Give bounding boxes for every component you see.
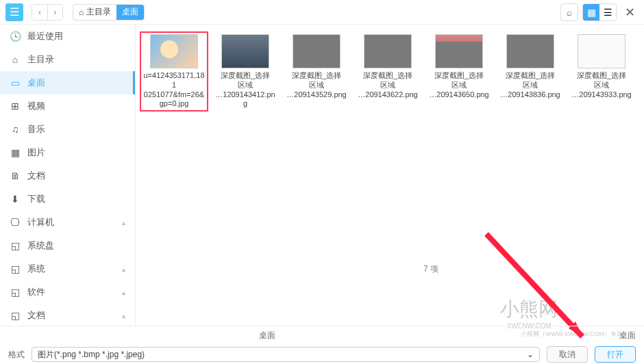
crumb-desktop[interactable]: 桌面 — [116, 5, 144, 20]
sidebar-item-2[interactable]: ▭桌面 — [0, 71, 135, 94]
file-name: 深度截图_选择区域…209143933.png — [570, 71, 633, 99]
chevron-down-icon: ⌄ — [527, 350, 534, 359]
sidebar-item-4[interactable]: ♫音乐 — [0, 118, 135, 141]
file-item[interactable]: 深度截图_选择区域…1209143412.png — [211, 31, 280, 112]
sidebar-item-label: 系统盘 — [27, 239, 54, 252]
sidebar-item-label: 最近使用 — [27, 30, 63, 42]
home-icon: ⌂ — [79, 8, 84, 17]
sidebar-item-8[interactable]: 🖵计算机▴ — [0, 211, 135, 234]
file-item[interactable]: 深度截图_选择区域…209143529.png — [282, 31, 351, 112]
sidebar-icon: ▦ — [10, 147, 21, 158]
file-item[interactable]: 深度截图_选择区域…209143836.png — [496, 31, 565, 112]
sidebar-item-5[interactable]: ▦图片 — [0, 141, 135, 164]
chevron-up-icon: ▴ — [122, 265, 125, 273]
file-thumbnail — [293, 34, 340, 68]
sidebar-icon: ◱ — [10, 287, 21, 298]
chevron-up-icon: ▴ — [122, 312, 125, 320]
file-item[interactable]: u=4124353171,1810251077&fm=26&gp=0.jpg — [140, 31, 208, 112]
back-button[interactable]: ‹ — [32, 5, 47, 20]
sidebar-icon: ◱ — [10, 263, 21, 274]
sidebar-item-7[interactable]: ⬇下载 — [0, 187, 135, 211]
sidebar-item-9[interactable]: ◱系统盘 — [0, 234, 135, 257]
crumb-home[interactable]: ⌂ 主目录 — [73, 5, 116, 20]
sidebar-icon: ⬇ — [10, 194, 21, 205]
file-thumbnail — [506, 34, 554, 68]
sidebar-icon: ⌂ — [10, 54, 21, 65]
file-thumbnail — [578, 34, 626, 68]
sidebar-icon: ⊞ — [10, 101, 21, 112]
sidebar-item-10[interactable]: ◱系统▴ — [0, 257, 135, 281]
sidebar-item-label: 音乐 — [27, 123, 45, 135]
path-display: 桌面 — [8, 330, 526, 341]
file-item[interactable]: 深度截图_选择区域…209143622.png — [354, 31, 422, 112]
sidebar-icon: 🗎 — [10, 170, 21, 181]
sidebar-icon: 🕓 — [10, 31, 21, 42]
sidebar-item-0[interactable]: 🕓最近使用 — [0, 25, 135, 48]
file-item[interactable]: 深度截图_选择区域…209143933.png — [567, 31, 636, 112]
file-name: u=4124353171,1810251077&fm=26&gp=0.jpg — [143, 71, 206, 109]
sidebar-item-label: 系统 — [27, 263, 45, 275]
path-value: 桌面 — [533, 330, 636, 341]
sidebar-item-3[interactable]: ⊞视频 — [0, 94, 135, 118]
forward-button[interactable]: › — [47, 5, 62, 20]
sidebar-item-label: 计算机 — [27, 216, 54, 229]
search-button[interactable]: ⌕ — [560, 3, 578, 21]
file-name: 深度截图_选择区域…209143650.png — [428, 71, 491, 99]
file-name: 深度截图_选择区域…209143622.png — [356, 71, 419, 99]
file-thumbnail — [435, 34, 483, 68]
file-name: 深度截图_选择区域…209143836.png — [499, 71, 562, 99]
sidebar-item-label: 文档 — [27, 309, 45, 322]
chevron-up-icon: ▴ — [122, 289, 125, 296]
sidebar-item-label: 桌面 — [27, 77, 45, 89]
list-view-button[interactable]: ☰ — [599, 4, 616, 21]
crumb-label: 桌面 — [122, 6, 138, 18]
grid-icon: ▦ — [587, 7, 596, 18]
sidebar-item-label: 下载 — [27, 193, 45, 205]
sidebar-item-1[interactable]: ⌂主目录 — [0, 48, 135, 71]
sidebar-item-label: 图片 — [27, 146, 45, 159]
crumb-label: 主目录 — [86, 6, 111, 18]
file-name: 深度截图_选择区域…209143529.png — [285, 71, 348, 99]
close-button[interactable]: ✕ — [621, 3, 639, 21]
sidebar-icon: ♫ — [10, 124, 21, 135]
file-thumbnail — [364, 34, 412, 68]
sidebar-item-6[interactable]: 🗎文档 — [0, 164, 135, 187]
sidebar-icon: ▭ — [10, 77, 21, 88]
format-value: 图片(*.png *.bmp *.jpg *.jpeg) — [38, 349, 145, 361]
cancel-button[interactable]: 取消 — [547, 346, 588, 363]
sidebar-item-label: 软件 — [27, 286, 45, 298]
sidebar-icon: ◱ — [10, 310, 21, 321]
sidebar-icon: ◱ — [10, 240, 21, 251]
sidebar-item-label: 主目录 — [27, 53, 54, 66]
file-item[interactable]: 深度截图_选择区域…209143650.png — [425, 31, 493, 112]
breadcrumb: ⌂ 主目录 桌面 — [73, 4, 145, 21]
status-count: 7 项 — [423, 263, 438, 275]
file-thumbnail — [221, 34, 269, 68]
list-icon: ☰ — [604, 7, 612, 18]
chevron-up-icon: ▴ — [122, 219, 125, 226]
sidebar-icon: 🖵 — [10, 217, 21, 228]
open-button[interactable]: 打开 — [595, 346, 636, 363]
file-name: 深度截图_选择区域…1209143412.png — [214, 71, 277, 109]
sidebar-item-label: 视频 — [27, 100, 45, 112]
sidebar-item-11[interactable]: ◱软件▴ — [0, 281, 135, 304]
search-icon: ⌕ — [567, 7, 572, 18]
sidebar-item-12[interactable]: ◱文档▴ — [0, 304, 135, 326]
format-select[interactable]: 图片(*.png *.bmp *.jpg *.jpeg) ⌄ — [32, 347, 540, 362]
file-thumbnail — [150, 34, 198, 68]
grid-view-button[interactable]: ▦ — [583, 4, 599, 21]
sidebar-item-label: 文档 — [27, 170, 45, 182]
format-label: 格式 — [8, 349, 25, 361]
app-icon: ☰ — [5, 3, 23, 21]
close-icon: ✕ — [625, 5, 635, 20]
